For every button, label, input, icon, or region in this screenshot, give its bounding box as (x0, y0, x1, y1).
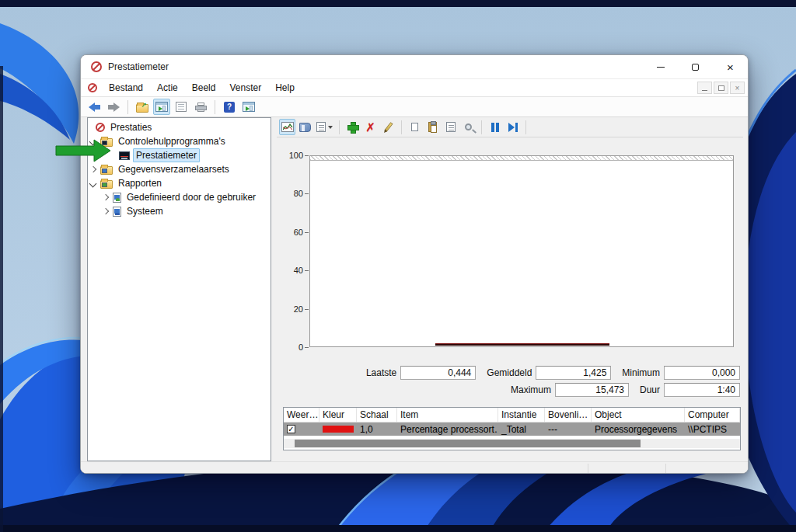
dropdown-arrow-icon (328, 126, 333, 129)
menu-beeld[interactable]: Beeld (185, 80, 223, 96)
console-window-icon (155, 102, 168, 112)
desktop: Prestatiemeter × Bestand Actie Beeld Ven… (0, 0, 796, 532)
tree-item-label: Prestatiemeter (133, 148, 200, 162)
chevron-down-icon[interactable] (89, 137, 97, 145)
mdi-restore-button[interactable] (714, 82, 728, 94)
change-graph-type-button[interactable] (315, 119, 334, 135)
tree-item-gegevensverzamelaarsets[interactable]: Gegevensverzamelaarsets (88, 162, 271, 176)
console-content: Prestaties Controlehulpprogramma's Prest… (81, 117, 748, 474)
list-view-button[interactable] (173, 99, 190, 115)
y-axis-tick: 40 (283, 266, 309, 275)
maximum-label: Maximum (511, 384, 551, 395)
toolbar-separator (215, 100, 215, 114)
toolbar-separator (401, 120, 402, 134)
view-log-data-button[interactable] (297, 119, 313, 135)
add-counter-button[interactable] (344, 119, 361, 135)
window-title: Prestatiemeter (108, 61, 169, 72)
legend-horizontal-scrollbar[interactable] (284, 439, 740, 448)
pencil-icon (384, 122, 393, 132)
scrollbar-thumb[interactable] (295, 440, 641, 447)
menu-help[interactable]: Help (268, 80, 302, 96)
column-object[interactable]: Object (592, 408, 685, 422)
chart-top-hatch (310, 156, 733, 161)
menu-bestand[interactable]: Bestand (102, 80, 150, 96)
column-computer[interactable]: Computer (685, 408, 740, 422)
counter-row[interactable]: ✓ 1,0 Percentage processort… _Total --- … (284, 422, 740, 436)
report-system-icon (113, 207, 121, 217)
mdi-close-button[interactable]: × (730, 82, 745, 94)
minimize-icon (657, 67, 665, 68)
properties-button[interactable] (442, 119, 459, 135)
stats-row-1: Laatste 0,444 Gemiddeld 1,425 Minimum 0,… (355, 366, 740, 380)
chevron-right-icon[interactable] (102, 193, 110, 201)
highlight-button[interactable] (380, 119, 396, 135)
menubar: Bestand Actie Beeld Venster Help × (81, 78, 748, 97)
menu-actie[interactable]: Actie (150, 80, 185, 96)
printer-icon (195, 103, 207, 112)
minimum-value: 0,000 (664, 366, 740, 380)
chevron-right-icon[interactable] (102, 207, 110, 215)
perfmon-app-icon (91, 61, 102, 72)
chevron-down-icon[interactable] (89, 179, 97, 187)
back-button[interactable] (86, 99, 103, 115)
counter-object: Processorgegevens (592, 422, 685, 436)
tree-item-controlehulpprogrammas[interactable]: Controlehulpprogramma's (88, 134, 271, 148)
paste-counter-list-button[interactable] (424, 119, 441, 135)
freeze-display-button[interactable] (487, 119, 503, 135)
toolbar-separator (339, 120, 340, 134)
tree-item-prestatiemeter[interactable]: Prestatiemeter (88, 148, 271, 162)
duur-label: Duur (640, 384, 660, 395)
laatste-label: Laatste (366, 367, 396, 378)
tree-item-systeem[interactable]: Systeem (88, 204, 271, 218)
properties-icon (446, 122, 456, 132)
tree-item-gedefinieerd-door-de-gebruiker[interactable]: Gedefinieerd door de gebruiker (88, 190, 271, 204)
plus-icon (347, 122, 358, 132)
toolbar-separator (481, 120, 482, 134)
view-current-activity-button[interactable] (279, 119, 295, 135)
duur-value: 1:40 (664, 383, 740, 397)
folder-monitor-icon (100, 138, 113, 147)
column-item[interactable]: Item (397, 408, 498, 422)
menu-venster[interactable]: Venster (222, 80, 268, 96)
maximum-value: 15,473 (555, 383, 629, 397)
update-data-button[interactable] (504, 119, 521, 135)
statusbar (81, 461, 748, 474)
column-kleur[interactable]: Kleur (319, 408, 357, 422)
minimum-label: Minimum (622, 367, 660, 378)
maximize-button[interactable] (678, 55, 713, 78)
close-button[interactable]: × (713, 55, 748, 78)
column-schaal[interactable]: Schaal (357, 408, 397, 422)
zoom-button[interactable] (460, 119, 477, 135)
delete-counter-button[interactable]: ✗ (362, 119, 379, 135)
new-window-icon (243, 102, 255, 112)
console-tree-panel: Prestaties Controlehulpprogramma's Prest… (87, 117, 271, 461)
magnifier-icon (465, 123, 472, 130)
chevron-right-icon[interactable] (89, 165, 97, 173)
show-console-tree-button[interactable] (153, 99, 170, 115)
print-button[interactable] (192, 99, 209, 115)
forward-button[interactable] (105, 99, 122, 115)
mdi-minimize-button[interactable] (697, 82, 712, 94)
help-icon: ? (224, 102, 235, 113)
tree-item-prestaties[interactable]: Prestaties (88, 120, 271, 134)
line-chart-icon (281, 122, 294, 132)
help-button[interactable]: ? (221, 99, 238, 115)
log-book-icon (299, 123, 311, 132)
statusbar-divider (665, 464, 666, 473)
column-bovenliggend[interactable]: Bovenli… (545, 408, 592, 422)
column-weergeven[interactable]: Weer… (284, 408, 319, 422)
export-button[interactable]: ➚ (134, 99, 151, 115)
counter-checkbox[interactable]: ✓ (287, 425, 295, 433)
perfmon-menu-icon (88, 83, 97, 92)
minimize-button[interactable] (643, 55, 678, 78)
column-instantie[interactable]: Instantie (498, 408, 545, 422)
y-axis-tick: 80 (283, 189, 309, 198)
new-window-button[interactable] (240, 99, 257, 115)
tree-item-rapporten[interactable]: Rapporten (88, 176, 271, 190)
tree-item-label: Gegevensverzamelaarsets (116, 163, 232, 176)
copy-properties-button[interactable] (407, 119, 423, 135)
gemiddeld-label: Gemiddeld (487, 367, 532, 378)
titlebar[interactable]: Prestatiemeter × (81, 55, 748, 78)
folder-report-icon (100, 180, 113, 189)
perfmon-window: Prestatiemeter × Bestand Actie Beeld Ven… (80, 54, 749, 474)
